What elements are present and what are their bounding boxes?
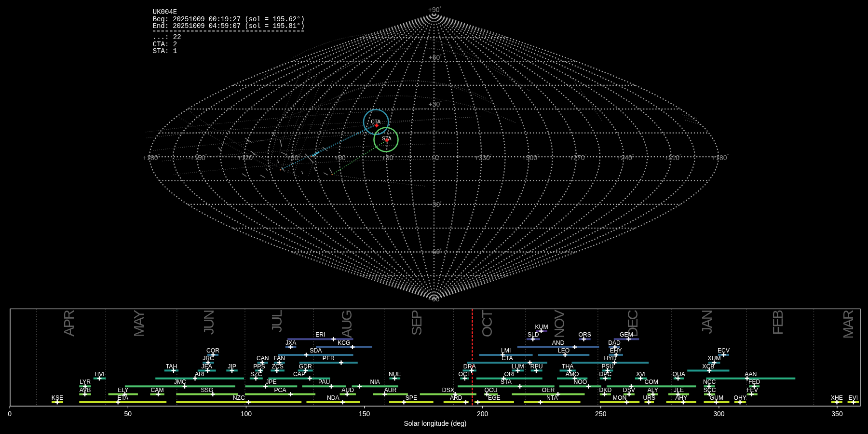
svg-text:+60°: +60° bbox=[429, 54, 442, 61]
svg-text:XHE: XHE bbox=[831, 394, 843, 401]
svg-text:JEA: JEA bbox=[202, 363, 213, 370]
svg-text:EHY: EHY bbox=[610, 347, 622, 354]
svg-text:HYD: HYD bbox=[604, 355, 617, 362]
svg-text:CAN: CAN bbox=[257, 355, 269, 362]
svg-text:JMC: JMC bbox=[174, 379, 186, 385]
svg-text:SLD: SLD bbox=[528, 331, 539, 338]
svg-text:JAN: JAN bbox=[699, 311, 715, 334]
svg-text:NZC: NZC bbox=[233, 394, 245, 401]
svg-text:CTA: CTA bbox=[371, 119, 380, 124]
svg-text:NDA: NDA bbox=[327, 394, 340, 401]
svg-text:CAP: CAP bbox=[293, 371, 305, 378]
svg-text:THA: THA bbox=[562, 363, 574, 370]
svg-text:300: 300 bbox=[713, 410, 725, 418]
svg-text:CAM: CAM bbox=[151, 387, 164, 393]
svg-text:AUR: AUR bbox=[384, 387, 397, 393]
svg-text:FED: FED bbox=[748, 379, 760, 385]
svg-text:SPE: SPE bbox=[406, 394, 417, 401]
svg-text:JPE: JPE bbox=[266, 379, 276, 385]
svg-text:XCB: XCB bbox=[702, 363, 714, 370]
svg-text:...: 22: ...: 22 bbox=[153, 33, 181, 41]
svg-text:XUM: XUM bbox=[708, 355, 721, 362]
svg-text:GDR: GDR bbox=[299, 363, 312, 370]
svg-text:STA: STA bbox=[501, 379, 512, 385]
svg-text:End: 20251009 04:59:07 (sol =: End: 20251009 04:59:07 (sol = 195.81°) bbox=[153, 22, 305, 30]
svg-text:JIP: JIP bbox=[228, 363, 236, 370]
svg-text:−60°: −60° bbox=[429, 248, 442, 256]
svg-text:KUM: KUM bbox=[535, 324, 548, 330]
svg-text:RPU: RPU bbox=[530, 363, 543, 370]
svg-text:AHY: AHY bbox=[675, 394, 687, 401]
svg-text:50: 50 bbox=[124, 410, 132, 418]
svg-text:MON: MON bbox=[613, 394, 626, 401]
svg-text:APR: APR bbox=[61, 310, 77, 336]
svg-text:AVB: AVB bbox=[80, 387, 91, 393]
svg-text:OHY: OHY bbox=[734, 394, 746, 401]
svg-text:DSV: DSV bbox=[623, 387, 636, 393]
svg-text:LUM: LUM bbox=[512, 363, 524, 370]
svg-text:+330°: +330° bbox=[475, 153, 492, 162]
svg-text:NIA: NIA bbox=[370, 379, 380, 385]
svg-text:JRC: JRC bbox=[203, 355, 214, 362]
svg-text:+120°: +120° bbox=[238, 153, 255, 162]
svg-text:JUL: JUL bbox=[269, 310, 285, 332]
svg-text:SCC: SCC bbox=[704, 387, 716, 393]
svg-text:ORS: ORS bbox=[578, 331, 591, 338]
svg-text:KSE: KSE bbox=[52, 394, 63, 401]
svg-text:ZCS: ZCS bbox=[271, 363, 283, 370]
svg-text:LEO: LEO bbox=[558, 347, 570, 354]
svg-text:ARD: ARD bbox=[450, 394, 462, 401]
svg-text:+150°: +150° bbox=[190, 153, 207, 162]
svg-text:SEP: SEP bbox=[408, 310, 424, 336]
svg-text:+60°: +60° bbox=[334, 153, 348, 162]
svg-text:JXA: JXA bbox=[285, 339, 297, 346]
svg-text:PPS: PPS bbox=[253, 363, 265, 370]
svg-text:−30°: −30° bbox=[429, 201, 442, 208]
svg-text:PER: PER bbox=[323, 355, 335, 362]
svg-text:HVI: HVI bbox=[95, 371, 104, 378]
svg-text:OCT: OCT bbox=[459, 371, 471, 378]
svg-text:150: 150 bbox=[359, 410, 370, 418]
svg-text:GUM: GUM bbox=[710, 394, 723, 401]
svg-text:DRA: DRA bbox=[463, 363, 476, 370]
svg-text:+90°: +90° bbox=[428, 6, 442, 14]
svg-text:COM: COM bbox=[644, 379, 658, 385]
svg-text:GEM: GEM bbox=[620, 331, 633, 338]
svg-text:JUN: JUN bbox=[201, 311, 217, 335]
svg-text:0: 0 bbox=[8, 410, 12, 418]
svg-text:OCU: OCU bbox=[485, 387, 498, 393]
svg-text:+240°: +240° bbox=[617, 153, 634, 162]
svg-text:AUG: AUG bbox=[339, 311, 354, 338]
svg-text:OER: OER bbox=[542, 387, 555, 393]
svg-text:ELY: ELY bbox=[118, 387, 128, 393]
svg-text:200: 200 bbox=[477, 410, 488, 418]
svg-text:CTA: CTA bbox=[502, 355, 513, 362]
svg-text:EVI: EVI bbox=[849, 394, 858, 401]
svg-text:AAN: AAN bbox=[745, 371, 757, 378]
svg-text:NOO: NOO bbox=[574, 379, 587, 385]
svg-text:JLE: JLE bbox=[674, 387, 684, 393]
svg-text:FEV: FEV bbox=[746, 387, 759, 393]
svg-text:KCG: KCG bbox=[338, 339, 350, 346]
svg-text:AUD: AUD bbox=[341, 387, 354, 393]
svg-text:SZC: SZC bbox=[250, 371, 262, 378]
svg-text:250: 250 bbox=[595, 410, 607, 418]
svg-text:MAY: MAY bbox=[131, 310, 147, 337]
svg-text:SSG: SSG bbox=[201, 387, 213, 393]
svg-text:QUA: QUA bbox=[673, 371, 686, 378]
svg-text:NCC: NCC bbox=[703, 379, 716, 385]
svg-text:DKD: DKD bbox=[599, 387, 612, 393]
svg-text:XVI: XVI bbox=[636, 371, 646, 378]
svg-text:DPC: DPC bbox=[599, 371, 612, 378]
svg-text:OCT: OCT bbox=[479, 310, 495, 337]
svg-text:URS: URS bbox=[643, 394, 655, 401]
svg-text:ECV: ECV bbox=[718, 347, 730, 354]
svg-text:+90°: +90° bbox=[287, 153, 300, 162]
svg-text:DAD: DAD bbox=[608, 339, 621, 346]
svg-text:STA: STA bbox=[382, 136, 391, 141]
svg-text:ARI: ARI bbox=[195, 371, 204, 378]
svg-text:ETA: ETA bbox=[117, 394, 129, 401]
svg-text:LYR: LYR bbox=[80, 379, 91, 385]
svg-text:+300°: +300° bbox=[522, 153, 540, 162]
svg-text:+180°: +180° bbox=[712, 153, 729, 162]
